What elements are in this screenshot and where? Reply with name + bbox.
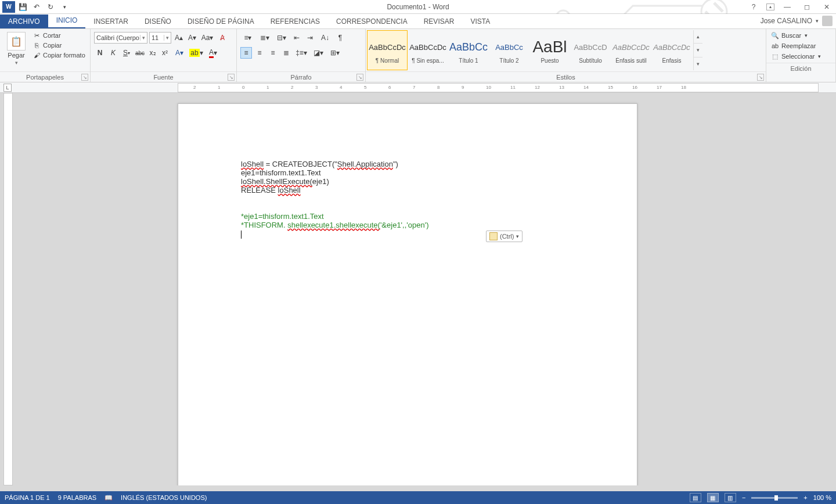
qat-more-icon[interactable]: ▾: [58, 1, 71, 13]
tab-file[interactable]: ARCHIVO: [0, 15, 48, 28]
style-t-tulo-1[interactable]: AaBbCcTítulo 1: [448, 30, 489, 70]
status-proof-icon[interactable]: 📖: [105, 494, 113, 502]
copy-icon: ⎘: [33, 41, 41, 49]
text-effects-button[interactable]: A▾: [172, 47, 187, 59]
user-account[interactable]: Jose CASALINO▾: [761, 16, 833, 26]
change-case-button[interactable]: Aa▾: [200, 32, 215, 44]
clear-format-button[interactable]: A̷: [217, 32, 228, 44]
view-read-button[interactable]: ▤: [690, 493, 701, 502]
grow-font-button[interactable]: A▴: [173, 32, 185, 44]
clipboard-launcher[interactable]: ↘: [81, 74, 88, 81]
paste-options-button[interactable]: (Ctrl) ▾: [486, 231, 522, 242]
underline-button[interactable]: S▾: [121, 47, 132, 59]
paste-icon: 📋: [7, 32, 26, 51]
justify-button[interactable]: ≣: [280, 47, 292, 59]
styles-row-up[interactable]: ▴: [694, 30, 702, 44]
undo-icon[interactable]: ↶: [30, 1, 43, 13]
tab-diseno-pagina[interactable]: DISEÑO DE PÁGINA: [179, 15, 262, 28]
subscript-button[interactable]: x₂: [147, 47, 158, 59]
paragraph-launcher[interactable]: ↘: [356, 74, 363, 81]
status-words[interactable]: 9 PALABRAS: [58, 494, 96, 501]
document-page[interactable]: loShell = CREATEOBJECT("Shell.Applicatio…: [178, 103, 637, 485]
ribbon: 📋 Pegar ▾ ✂Cortar ⎘Copiar 🖌Copiar format…: [0, 29, 836, 82]
tab-correspondencia[interactable]: CORRESPONDENCIA: [328, 15, 416, 28]
group-styles: AaBbCcDc¶ NormalAaBbCcDc¶ Sin espa...AaB…: [366, 29, 766, 82]
decrease-indent-button[interactable]: ⇤: [291, 32, 302, 44]
format-painter-button[interactable]: 🖌Copiar formato: [31, 51, 87, 60]
ruler-horizontal[interactable]: 3210123456789101112131415161718: [178, 83, 819, 92]
style---normal[interactable]: AaBbCcDc¶ Normal: [367, 30, 408, 70]
bullets-button[interactable]: ≡▾: [240, 32, 255, 44]
style---sin-espa---[interactable]: AaBbCcDc¶ Sin espa...: [408, 30, 448, 70]
view-print-button[interactable]: ▦: [707, 493, 719, 502]
align-left-button[interactable]: ≡: [240, 47, 252, 59]
tab-diseno[interactable]: DISEÑO: [136, 15, 179, 28]
avatar-icon: [822, 16, 833, 26]
status-language[interactable]: INGLÉS (ESTADOS UNIDOS): [121, 494, 207, 501]
replace-button[interactable]: abReemplazar: [770, 41, 832, 51]
tab-vista[interactable]: VISTA: [462, 15, 498, 28]
styles-more-button[interactable]: ▾: [694, 57, 702, 70]
ribbon-tabs: ARCHIVO INICIO INSERTAR DISEÑO DISEÑO DE…: [0, 14, 836, 29]
find-button[interactable]: 🔍Buscar▾: [770, 31, 832, 40]
tab-inicio[interactable]: INICIO: [48, 13, 86, 28]
align-center-button[interactable]: ≡: [254, 47, 265, 59]
numbering-button[interactable]: ≣▾: [257, 32, 272, 44]
shrink-font-button[interactable]: A▾: [186, 32, 198, 44]
minimize-icon[interactable]: —: [780, 1, 794, 13]
shading-button[interactable]: ◪▾: [311, 47, 326, 59]
highlight-button[interactable]: ab▾: [189, 47, 204, 59]
borders-button[interactable]: ⊞▾: [327, 47, 343, 59]
tab-insertar[interactable]: INSERTAR: [85, 15, 136, 28]
font-color-button[interactable]: A▾: [206, 47, 221, 59]
ribbon-options-icon[interactable]: ▴: [766, 3, 774, 10]
maximize-icon[interactable]: ◻: [800, 1, 814, 13]
show-marks-button[interactable]: ¶: [334, 32, 346, 44]
styles-launcher[interactable]: ↘: [757, 74, 764, 81]
italic-button[interactable]: K: [107, 47, 119, 59]
close-icon[interactable]: ✕: [820, 1, 834, 13]
superscript-button[interactable]: x²: [160, 47, 170, 59]
window-title: Documento1 - Word: [387, 3, 449, 11]
window-controls: ? ▴ — ◻ ✕: [747, 1, 834, 13]
font-name-combo[interactable]: Calibri (Cuerpo▾: [94, 32, 147, 44]
select-button[interactable]: ⬚Seleccionar▾: [770, 52, 832, 61]
view-web-button[interactable]: ▥: [725, 493, 736, 502]
multilevel-button[interactable]: ⊟▾: [274, 32, 289, 44]
style-t-tulo-2[interactable]: AaBbCcTítulo 2: [489, 30, 529, 70]
title-bar: W 💾 ↶ ↻ ▾ Documento1 - Word ? ▴ — ◻ ✕: [0, 0, 836, 14]
zoom-out-button[interactable]: −: [742, 494, 745, 501]
style-puesto[interactable]: AaBlPuesto: [529, 30, 570, 70]
sort-button[interactable]: A↓: [318, 32, 333, 44]
group-paragraph: ≡▾ ≣▾ ⊟▾ ⇤ ⇥ A↓ ¶ ≡ ≡ ≡ ≣ ‡≡▾ ◪▾ ⊞▾: [237, 29, 366, 82]
zoom-in-button[interactable]: +: [803, 494, 807, 501]
tab-revisar[interactable]: REVISAR: [416, 15, 463, 28]
save-icon[interactable]: 💾: [16, 1, 29, 13]
style-subt-tulo[interactable]: AaBbCcDSubtítulo: [570, 30, 611, 70]
ruler-vertical[interactable]: [3, 93, 13, 485]
copy-button[interactable]: ⎘Copiar: [31, 41, 87, 50]
cut-button[interactable]: ✂Cortar: [31, 31, 87, 40]
font-launcher[interactable]: ↘: [228, 74, 235, 81]
quick-access-toolbar: W 💾 ↶ ↻ ▾: [0, 1, 71, 13]
status-page[interactable]: PÁGINA 1 DE 1: [5, 494, 50, 501]
align-right-button[interactable]: ≡: [267, 47, 279, 59]
style--nfasis[interactable]: AaBbCcDcÉnfasis: [651, 30, 692, 70]
redo-icon[interactable]: ↻: [44, 1, 57, 13]
line-spacing-button[interactable]: ‡≡▾: [294, 47, 309, 59]
zoom-slider[interactable]: [751, 497, 798, 499]
font-size-combo[interactable]: 11▾: [149, 32, 171, 44]
document-content[interactable]: loShell = CREATEOBJECT("Shell.Applicatio…: [241, 160, 590, 239]
paste-button[interactable]: 📋 Pegar ▾: [3, 31, 29, 66]
group-font: Calibri (Cuerpo▾ 11▾ A▴ A▾ Aa▾ A̷ N K S▾…: [91, 29, 237, 82]
help-icon[interactable]: ?: [747, 1, 761, 13]
increase-indent-button[interactable]: ⇥: [304, 32, 316, 44]
styles-row-down[interactable]: ▾: [694, 44, 702, 57]
strike-button[interactable]: abc: [134, 47, 146, 59]
bold-button[interactable]: N: [94, 47, 106, 59]
tab-stop-selector[interactable]: L: [3, 84, 12, 92]
zoom-level[interactable]: 100 %: [813, 494, 831, 501]
group-clipboard: 📋 Pegar ▾ ✂Cortar ⎘Copiar 🖌Copiar format…: [0, 29, 91, 82]
style--nfasis-sutil[interactable]: AaBbCcDcÉnfasis sutil: [611, 30, 651, 70]
tab-referencias[interactable]: REFERENCIAS: [262, 15, 328, 28]
